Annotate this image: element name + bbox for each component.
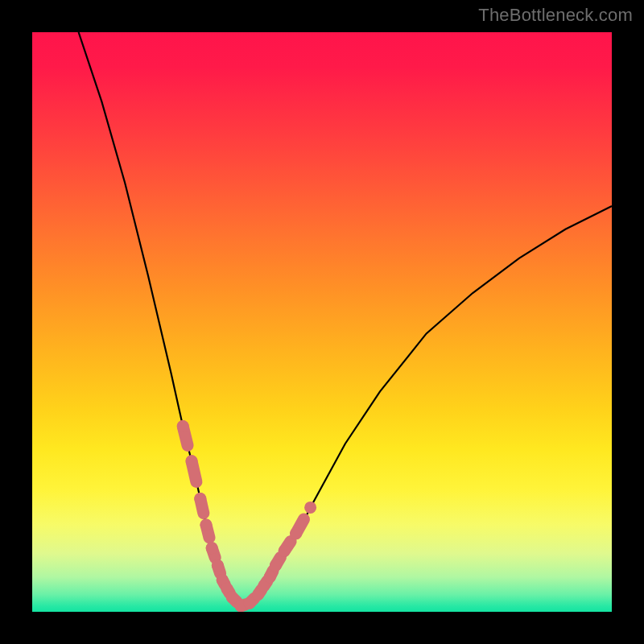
marker-dot (279, 545, 291, 557)
chart-frame: TheBottleneck.com (0, 0, 644, 644)
marker-dot (226, 592, 238, 604)
marker-dot (270, 559, 282, 572)
marker-dot (194, 493, 206, 505)
marker-dot (264, 571, 276, 583)
marker-dot (186, 455, 198, 467)
marker-group (177, 420, 316, 612)
bottleneck-curve (79, 32, 612, 606)
marker-dot (304, 502, 316, 514)
marker-dot (244, 597, 256, 609)
marker-dot (290, 527, 302, 539)
plot-area (32, 32, 612, 612)
curve-layer (32, 32, 612, 612)
marker-dot (177, 420, 189, 432)
marker-dot (212, 559, 224, 572)
marker-dot (200, 519, 213, 531)
marker-dot (206, 542, 218, 554)
watermark-text: TheBottleneck.com (478, 5, 633, 26)
